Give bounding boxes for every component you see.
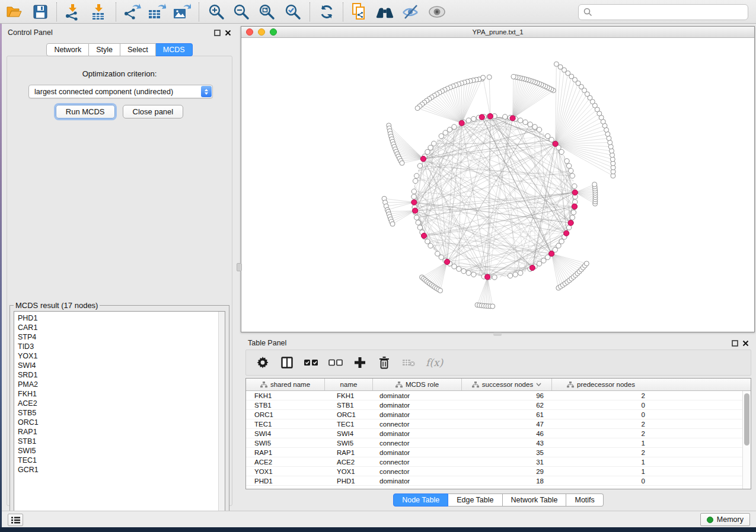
- network-node[interactable]: [568, 220, 573, 226]
- mcds-result-item[interactable]: SWI4: [18, 361, 225, 370]
- table-cell[interactable]: 2: [552, 449, 650, 456]
- criterion-dropdown[interactable]: largest connected component (undirected): [28, 85, 213, 98]
- create-column-icon[interactable]: [353, 355, 367, 370]
- table-cell[interactable]: 0: [552, 411, 650, 418]
- table-cell[interactable]: 18: [462, 477, 552, 485]
- table-cell[interactable]: 62: [462, 402, 552, 409]
- network-node[interactable]: [584, 261, 589, 266]
- copy-network-icon[interactable]: [350, 4, 369, 20]
- tab-node-table[interactable]: Node Table: [393, 493, 448, 507]
- float-panel-icon[interactable]: [214, 30, 221, 36]
- table-cell[interactable]: connector: [373, 459, 462, 466]
- network-node[interactable]: [400, 161, 404, 165]
- network-node[interactable]: [485, 274, 490, 280]
- mcds-result-item[interactable]: SRD1: [18, 370, 225, 380]
- zoom-in-icon[interactable]: [207, 4, 226, 20]
- network-node[interactable]: [439, 255, 444, 259]
- tab-mcds[interactable]: MCDS: [156, 43, 193, 56]
- network-node[interactable]: [529, 265, 535, 270]
- network-node[interactable]: [570, 174, 575, 178]
- network-node[interactable]: [564, 159, 569, 164]
- table-cell[interactable]: connector: [373, 468, 462, 475]
- network-node[interactable]: [481, 75, 486, 80]
- network-node[interactable]: [487, 75, 492, 79]
- network-graph[interactable]: [241, 38, 754, 332]
- table-cell[interactable]: ORC1: [246, 411, 325, 418]
- zoom-selected-icon[interactable]: [283, 4, 302, 20]
- table-row[interactable]: ORC1ORC1dominator610: [246, 410, 742, 419]
- table-cell[interactable]: dominator: [373, 411, 462, 418]
- network-node[interactable]: [471, 116, 476, 121]
- mcds-result-list[interactable]: PHD1CAR1STP4TID3YOX1SWI4SRD1PMA2FKH1ACE2…: [14, 311, 225, 520]
- network-node[interactable]: [523, 120, 528, 124]
- memory-button[interactable]: Memory: [700, 513, 750, 526]
- table-row[interactable]: FKH1FKH1dominator962: [246, 391, 742, 400]
- float-table-panel-icon[interactable]: [732, 340, 738, 347]
- network-node[interactable]: [471, 272, 476, 277]
- network-node[interactable]: [412, 208, 417, 213]
- mcds-result-item[interactable]: FKH1: [18, 389, 225, 399]
- hide-graphics-details-icon[interactable]: [428, 4, 446, 20]
- network-node[interactable]: [417, 225, 422, 230]
- mcds-list-scrollbar[interactable]: [218, 312, 225, 519]
- table-cell[interactable]: 1: [552, 468, 650, 475]
- network-node[interactable]: [487, 114, 493, 119]
- save-session-icon[interactable]: [31, 4, 50, 20]
- mcds-result-item[interactable]: PHD1: [18, 313, 225, 323]
- table-row[interactable]: SWI5SWI5connector431: [246, 438, 742, 448]
- table-cell[interactable]: TEC1: [246, 421, 325, 428]
- show-columns-icon[interactable]: [280, 355, 294, 370]
- mcds-result-item[interactable]: SWI5: [18, 446, 225, 456]
- table-cell[interactable]: ACE2: [246, 459, 325, 466]
- table-cell[interactable]: dominator: [373, 430, 462, 437]
- vertical-splitter-handle[interactable]: [237, 263, 242, 271]
- table-row[interactable]: SWI4SWI4dominator462: [246, 429, 742, 438]
- mcds-result-item[interactable]: STB1: [18, 437, 225, 446]
- table-cell[interactable]: RAP1: [246, 449, 325, 456]
- table-cell[interactable]: SWI5: [325, 440, 373, 447]
- export-table-icon[interactable]: [147, 4, 166, 20]
- table-cell[interactable]: 47: [462, 421, 552, 428]
- table-scrollbar-thumb[interactable]: [744, 393, 749, 446]
- network-node[interactable]: [439, 134, 444, 139]
- network-node[interactable]: [572, 204, 577, 209]
- network-node[interactable]: [420, 156, 426, 162]
- table-cell[interactable]: 0: [552, 402, 650, 409]
- table-cell[interactable]: TEC1: [325, 421, 373, 428]
- mcds-result-item[interactable]: GCR1: [18, 465, 225, 475]
- close-table-panel-icon[interactable]: [742, 340, 749, 347]
- close-panel-icon[interactable]: [225, 30, 231, 36]
- network-node[interactable]: [428, 243, 433, 248]
- column-header-predecessor-nodes[interactable]: predecessor nodes: [552, 379, 650, 390]
- table-cell[interactable]: connector: [373, 421, 462, 428]
- horizontal-splitter-handle[interactable]: [493, 332, 502, 336]
- network-node[interactable]: [425, 239, 430, 243]
- mcds-result-item[interactable]: STB5: [18, 408, 225, 418]
- network-node[interactable]: [532, 124, 537, 129]
- table-scrollbar[interactable]: [742, 391, 751, 489]
- table-row[interactable]: ACE2ACE2connector311: [246, 457, 742, 467]
- unselect-all-columns-icon[interactable]: [328, 355, 343, 370]
- network-node[interactable]: [461, 268, 466, 273]
- export-network-icon[interactable]: [122, 4, 141, 20]
- table-cell[interactable]: SWI4: [246, 430, 325, 437]
- network-node[interactable]: [459, 120, 464, 126]
- network-node[interactable]: [572, 184, 577, 188]
- network-node[interactable]: [570, 215, 575, 220]
- maximize-window-icon[interactable]: [270, 28, 277, 36]
- mcds-result-item[interactable]: PMA2: [18, 380, 225, 389]
- network-node[interactable]: [508, 273, 512, 278]
- table-cell[interactable]: 1: [552, 459, 650, 466]
- table-cell[interactable]: 31: [462, 459, 552, 466]
- search-box[interactable]: [578, 4, 748, 20]
- network-node[interactable]: [415, 106, 420, 111]
- network-node[interactable]: [490, 304, 495, 309]
- network-node[interactable]: [428, 145, 433, 150]
- network-node[interactable]: [569, 168, 573, 173]
- network-node[interactable]: [452, 264, 457, 269]
- mcds-result-item[interactable]: TEC1: [18, 456, 225, 465]
- table-cell[interactable]: RAP1: [325, 449, 373, 456]
- table-cell[interactable]: PHD1: [246, 477, 325, 485]
- network-node[interactable]: [572, 190, 578, 195]
- network-node[interactable]: [412, 189, 416, 194]
